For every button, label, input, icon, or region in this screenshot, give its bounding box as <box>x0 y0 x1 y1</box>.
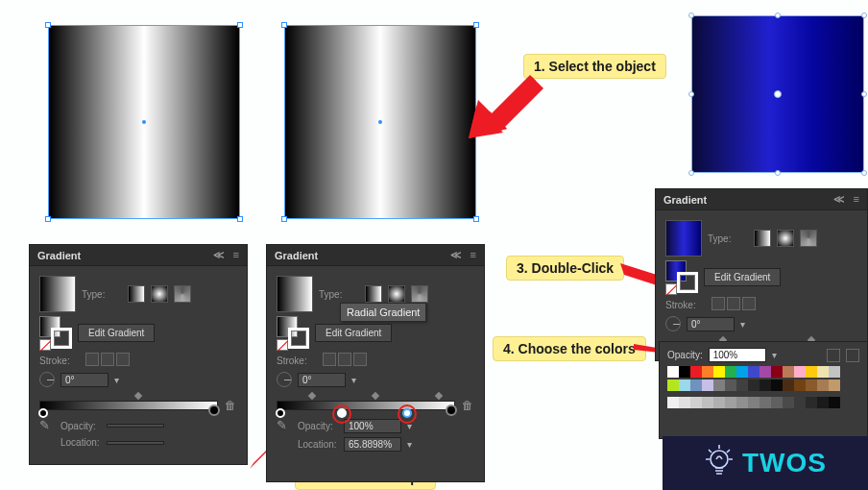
color-swatch[interactable] <box>748 397 760 408</box>
radial-gradient-button[interactable] <box>777 230 794 247</box>
popup-opacity-field[interactable]: 100% <box>709 348 766 362</box>
color-swatch[interactable] <box>736 397 748 408</box>
angle-field[interactable]: 0° <box>298 373 346 387</box>
color-swatch[interactable] <box>783 366 794 378</box>
collapse-icon[interactable]: ≪ <box>450 249 462 261</box>
color-swatch-grid[interactable] <box>667 397 859 408</box>
freeform-gradient-button[interactable] <box>411 285 428 303</box>
color-stop[interactable] <box>276 408 285 418</box>
color-swatch[interactable] <box>713 366 725 378</box>
color-swatch[interactable] <box>794 380 806 391</box>
gradient-preview[interactable] <box>277 276 313 312</box>
color-swatch[interactable] <box>725 366 736 378</box>
color-swatch[interactable] <box>829 397 840 408</box>
color-swatch[interactable] <box>806 397 817 408</box>
dropdown-icon[interactable]: ▾ <box>351 375 356 385</box>
color-swatch[interactable] <box>748 380 760 391</box>
resize-handle[interactable] <box>45 216 51 222</box>
angle-dial[interactable] <box>665 316 681 331</box>
color-swatch[interactable] <box>713 397 725 408</box>
resize-handle[interactable] <box>688 12 694 18</box>
color-swatch[interactable] <box>736 366 748 378</box>
dropdown-icon[interactable]: ▾ <box>740 319 745 330</box>
radial-gradient-button[interactable] <box>388 285 405 303</box>
stroke-options[interactable] <box>85 353 132 368</box>
color-swatch[interactable] <box>783 397 794 408</box>
color-swatch[interactable] <box>748 366 760 378</box>
color-swatch[interactable] <box>794 366 806 378</box>
resize-handle[interactable] <box>688 91 694 97</box>
color-stop-added-2[interactable] <box>402 408 412 418</box>
gradient-object-2[interactable] <box>284 25 476 219</box>
freeform-gradient-button[interactable] <box>174 285 191 303</box>
delete-stop-icon[interactable]: 🗑 <box>224 399 237 412</box>
freeform-gradient-button[interactable] <box>800 230 817 247</box>
gradient-preview[interactable] <box>39 276 76 312</box>
stroke-options[interactable] <box>323 353 369 368</box>
color-swatch[interactable] <box>667 380 679 391</box>
edit-gradient-button[interactable]: Edit Gradient <box>704 268 781 286</box>
color-swatch[interactable] <box>702 397 713 408</box>
linear-gradient-button[interactable] <box>754 230 771 247</box>
radial-gradient-button[interactable] <box>151 285 168 303</box>
color-stop-end[interactable] <box>208 404 220 416</box>
fill-stroke-swatch[interactable] <box>665 260 698 293</box>
center-anchor[interactable] <box>378 120 382 124</box>
resize-handle[interactable] <box>237 22 243 28</box>
color-swatch-grid[interactable] <box>667 380 859 391</box>
resize-handle[interactable] <box>281 22 287 28</box>
angle-dial[interactable] <box>277 372 292 387</box>
color-swatch[interactable] <box>679 380 690 391</box>
angle-field[interactable]: 0° <box>687 317 735 331</box>
color-swatch[interactable] <box>760 366 771 378</box>
color-swatch[interactable] <box>817 366 829 378</box>
swatches-mode-icon[interactable] <box>827 349 840 362</box>
color-swatch[interactable] <box>771 366 783 378</box>
resize-handle[interactable] <box>237 216 243 222</box>
menu-icon[interactable]: ≡ <box>854 193 859 205</box>
midpoint-diamond[interactable] <box>372 392 379 400</box>
collapse-icon[interactable]: ≪ <box>833 193 845 206</box>
fill-stroke-swatch[interactable] <box>277 316 309 349</box>
color-swatch[interactable] <box>829 366 840 378</box>
resize-handle[interactable] <box>473 22 479 28</box>
center-anchor[interactable] <box>774 90 782 98</box>
eyedropper-icon[interactable]: ✎ <box>277 418 292 433</box>
fill-stroke-swatch[interactable] <box>39 316 72 349</box>
dropdown-icon[interactable]: ▾ <box>407 439 412 450</box>
linear-gradient-button[interactable] <box>365 285 382 303</box>
color-swatch-grid[interactable] <box>667 366 859 378</box>
gradient-object-3[interactable] <box>691 15 864 173</box>
gradient-preview[interactable] <box>665 220 702 257</box>
opacity-field[interactable] <box>107 424 164 428</box>
angle-field[interactable]: 0° <box>60 373 108 387</box>
gradient-slider[interactable]: 🗑 <box>39 397 237 414</box>
color-swatch[interactable] <box>771 380 783 391</box>
center-anchor[interactable] <box>142 120 146 124</box>
color-swatch[interactable] <box>771 397 783 408</box>
color-swatch[interactable] <box>725 397 736 408</box>
resize-handle[interactable] <box>861 170 867 176</box>
gradient-object-1[interactable] <box>48 25 240 219</box>
stroke-options[interactable] <box>711 297 758 312</box>
color-swatch[interactable] <box>690 380 702 391</box>
resize-handle[interactable] <box>775 170 781 176</box>
swatches-grid-icon[interactable] <box>846 349 859 362</box>
color-swatch[interactable] <box>806 380 817 391</box>
midpoint-diamond[interactable] <box>308 392 316 400</box>
midpoint-diamond[interactable] <box>435 392 443 400</box>
color-swatch[interactable] <box>690 397 702 408</box>
linear-gradient-button[interactable] <box>128 285 145 303</box>
color-swatch[interactable] <box>702 366 713 378</box>
midpoint-diamond[interactable] <box>134 392 142 400</box>
color-swatch[interactable] <box>702 380 713 391</box>
color-stop-end[interactable] <box>446 404 457 416</box>
dropdown-icon[interactable]: ▾ <box>407 421 412 431</box>
color-swatch[interactable] <box>760 397 771 408</box>
resize-handle[interactable] <box>861 12 867 18</box>
resize-handle[interactable] <box>473 216 479 222</box>
color-swatch[interactable] <box>690 366 702 378</box>
color-swatch[interactable] <box>817 380 829 391</box>
resize-handle[interactable] <box>861 91 867 97</box>
collapse-icon[interactable]: ≪ <box>213 249 225 261</box>
